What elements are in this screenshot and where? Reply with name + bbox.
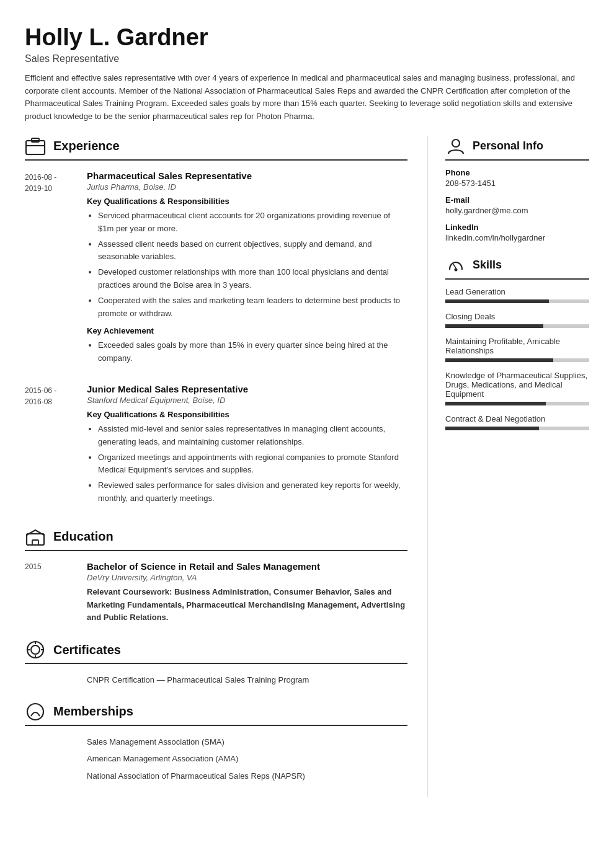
skill-bar-fill-0 (445, 299, 549, 303)
exp-dates-2: 2015-06 - 2016-08 (25, 384, 87, 512)
svg-point-13 (455, 268, 458, 271)
education-title: Education (53, 529, 113, 544)
edu-degree-1: Bachelor of Science in Retail and Sales … (87, 561, 407, 572)
exp-content-2: Junior Medical Sales Representative Stan… (87, 384, 407, 512)
skill-name-3: Knowledge of Pharmaceutical Supplies, Dr… (445, 371, 589, 399)
personal-info-section: Personal Info Phone 208-573-1451 E-mail … (445, 136, 589, 242)
personal-info-title: Personal Info (473, 140, 543, 153)
skill-bar-fill-4 (445, 427, 539, 430)
edu-entry-1: 2015 Bachelor of Science in Retail and S… (25, 561, 407, 624)
skills-header: Skills (445, 255, 589, 276)
certificates-icon (25, 639, 46, 660)
experience-icon (25, 136, 46, 157)
list-item: Exceeded sales goals by more than 15% in… (98, 339, 407, 365)
personal-info-icon (445, 136, 466, 157)
linkedin-item: LinkedIn linkedin.com/in/hollygardner (445, 223, 589, 242)
exp-achievement-list-1: Exceeded sales goals by more than 15% in… (98, 339, 407, 365)
certificates-divider (25, 663, 407, 664)
personal-info-divider (445, 159, 589, 161)
email-value: holly.gardner@me.com (445, 206, 589, 215)
skill-bar-bg-3 (445, 402, 589, 405)
member-item-3: National Association of Pharmaceutical S… (25, 770, 407, 782)
exp-achievement-heading-1: Key Achievement (87, 326, 407, 335)
skill-bar-fill-3 (445, 402, 546, 405)
svg-line-14 (453, 264, 456, 268)
phone-item: Phone 208-573-1451 (445, 168, 589, 188)
exp-company-2: Stanford Medical Equipment, Boise, ID (87, 396, 407, 405)
member-item-1: Sales Management Association (SMA) (25, 736, 407, 748)
member-item-2: American Management Association (AMA) (25, 753, 407, 765)
experience-title: Experience (53, 139, 120, 153)
email-label: E-mail (445, 195, 589, 205)
left-column: Experience 2016-08 - 2019-10 Pharmaceuti… (25, 136, 428, 797)
skill-bar-bg-0 (445, 299, 589, 303)
resume-header: Holly L. Gardner Sales Representative Ef… (25, 25, 589, 123)
exp-entry-1: 2016-08 - 2019-10 Pharmaceutical Sales R… (25, 170, 407, 371)
memberships-header: Memberships (25, 701, 407, 722)
svg-rect-3 (27, 534, 44, 545)
skills-icon (445, 255, 466, 276)
svg-point-12 (452, 140, 460, 147)
exp-title-2: Junior Medical Sales Representative (87, 384, 407, 394)
certificates-title: Certificates (53, 643, 121, 657)
skill-item-3: Knowledge of Pharmaceutical Supplies, Dr… (445, 371, 589, 405)
experience-header: Experience (25, 136, 407, 157)
cert-item-1: CNPR Certification — Pharmaceutical Sale… (25, 674, 407, 686)
experience-section: Experience 2016-08 - 2019-10 Pharmaceuti… (25, 136, 407, 512)
education-section: Education 2015 Bachelor of Science in Re… (25, 526, 407, 624)
list-item: Serviced pharmaceutical client accounts … (98, 210, 407, 236)
candidate-summary: Efficient and effective sales representa… (25, 72, 589, 123)
right-column: Personal Info Phone 208-573-1451 E-mail … (428, 136, 589, 797)
list-item: Assessed client needs based on current o… (98, 238, 407, 264)
skill-name-2: Maintaining Profitable, Amicable Relatio… (445, 337, 589, 355)
candidate-name: Holly L. Gardner (25, 25, 589, 51)
exp-dates-1: 2016-08 - 2019-10 (25, 170, 87, 371)
exp-qual-heading-2: Key Qualifications & Responsibilities (87, 410, 407, 419)
list-item: Cooperated with the sales and marketing … (98, 294, 407, 321)
memberships-divider (25, 725, 407, 726)
memberships-title: Memberships (53, 704, 133, 719)
phone-label: Phone (445, 168, 589, 177)
list-item: Assisted mid-level and senior sales repr… (98, 423, 407, 449)
education-icon (25, 526, 46, 547)
edu-coursework-1: Relevant Coursework: Business Administra… (87, 586, 407, 624)
education-divider (25, 550, 407, 551)
memberships-section: Memberships Sales Management Association… (25, 701, 407, 782)
list-item: Organized meetings and appointments with… (98, 451, 407, 477)
skill-bar-bg-1 (445, 324, 589, 328)
main-layout: Experience 2016-08 - 2019-10 Pharmaceuti… (25, 136, 589, 797)
skills-section: Skills Lead Generation Closing Deals Mai… (445, 255, 589, 430)
exp-entry-2: 2015-06 - 2016-08 Junior Medical Sales R… (25, 384, 407, 512)
skill-bar-fill-2 (445, 358, 553, 362)
skill-bar-fill-1 (445, 324, 543, 328)
list-item: Developed customer relationships with mo… (98, 266, 407, 292)
coursework-label: Relevant Coursework: (87, 587, 172, 596)
skill-item-4: Contract & Deal Negotiation (445, 414, 589, 430)
exp-title-1: Pharmaceutical Sales Representative (87, 170, 407, 181)
skill-item-1: Closing Deals (445, 312, 589, 328)
skill-name-1: Closing Deals (445, 312, 589, 321)
exp-qual-list-1: Serviced pharmaceutical client accounts … (98, 210, 407, 320)
linkedin-label: LinkedIn (445, 223, 589, 232)
skill-name-4: Contract & Deal Negotiation (445, 414, 589, 423)
list-item: Reviewed sales performance for sales div… (98, 479, 407, 505)
skill-bar-bg-2 (445, 358, 589, 362)
phone-value: 208-573-1451 (445, 179, 589, 188)
svg-rect-4 (32, 540, 38, 545)
exp-company-1: Jurius Pharma, Boise, ID (87, 182, 407, 192)
svg-rect-0 (26, 141, 45, 154)
skill-item-0: Lead Generation (445, 287, 589, 303)
skill-name-0: Lead Generation (445, 287, 589, 296)
education-header: Education (25, 526, 407, 547)
experience-divider (25, 159, 407, 161)
edu-year-1: 2015 (25, 561, 87, 624)
certificates-header: Certificates (25, 639, 407, 660)
skill-bar-bg-4 (445, 427, 589, 430)
memberships-icon (25, 701, 46, 722)
exp-content-1: Pharmaceutical Sales Representative Juri… (87, 170, 407, 371)
edu-content-1: Bachelor of Science in Retail and Sales … (87, 561, 407, 624)
skill-item-2: Maintaining Profitable, Amicable Relatio… (445, 337, 589, 362)
exp-qual-heading-1: Key Qualifications & Responsibilities (87, 197, 407, 206)
candidate-title: Sales Representative (25, 53, 589, 64)
certificates-section: Certificates CNPR Certification — Pharma… (25, 639, 407, 686)
